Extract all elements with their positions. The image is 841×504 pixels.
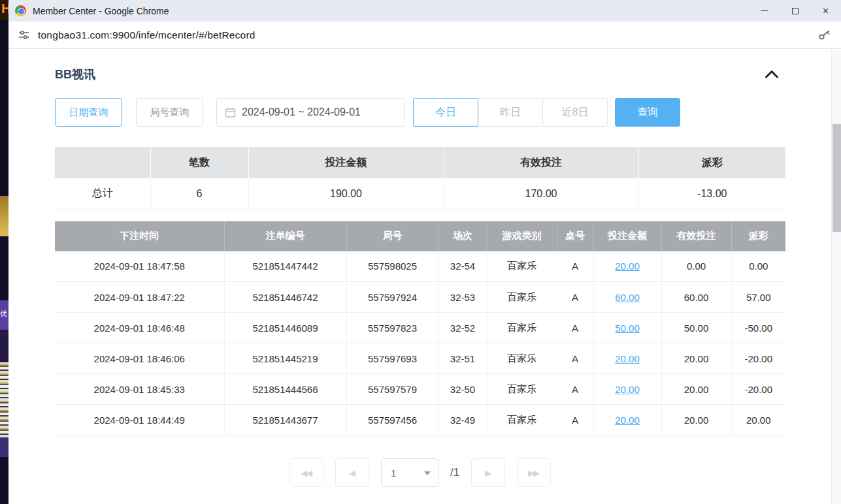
last-8-days-button[interactable]: 近8日 (542, 98, 608, 127)
cell: 2024-09-01 18:45:33 (55, 374, 224, 405)
chrome-logo-icon (15, 5, 26, 16)
table-row: 2024-09-01 18:46:48521851446089557597823… (55, 313, 785, 343)
cell: 2024-09-01 18:46:48 (55, 313, 224, 343)
cell: 20.00 (661, 374, 731, 405)
background-fragment (0, 20, 8, 196)
cell: 百家乐 (487, 343, 557, 374)
cell: 557597924 (346, 282, 438, 313)
bet-amount-link[interactable]: 60.00 (615, 292, 640, 303)
cell: A (557, 343, 593, 374)
prev-page-button[interactable]: ◀ (335, 458, 369, 487)
table-row: 2024-09-01 18:44:49521851443677557597456… (55, 405, 785, 435)
summary-value-cell: 190.00 (248, 178, 444, 210)
scrollbar-thumb[interactable] (833, 124, 841, 232)
cell: 20.00 (661, 405, 731, 435)
table-row: 2024-09-01 18:46:06521851445219557597693… (55, 343, 785, 374)
last-page-button[interactable]: ▶▶ (517, 458, 551, 487)
bet-amount-link[interactable]: 20.00 (615, 415, 640, 426)
cell: A (557, 405, 593, 435)
quick-range-group: 今日 昨日 近8日 (413, 98, 608, 127)
next-page-button[interactable]: ▶ (471, 458, 505, 487)
close-button[interactable]: × (810, 0, 841, 22)
bet-record-table: 下注时间注单编号局号场次游戏类别桌号投注金额有效投注派彩 2024-09-01 … (55, 221, 785, 436)
cell: 521851445219 (224, 343, 346, 374)
calendar-icon (225, 107, 236, 118)
date-range-value: 2024-09-01 ~ 2024-09-01 (242, 106, 361, 118)
column-header: 局号 (346, 221, 438, 251)
page-total-label: /1 (450, 466, 459, 479)
site-settings-icon[interactable] (18, 29, 30, 41)
summary-value-cell: 170.00 (444, 178, 638, 210)
cell: 百家乐 (487, 282, 557, 313)
first-page-icon: ◀◀ (301, 468, 311, 478)
cell: 557597579 (346, 374, 438, 405)
today-button[interactable]: 今日 (413, 98, 478, 127)
table-row: 2024-09-01 18:47:22521851446742557597924… (55, 282, 785, 313)
title-bar: Member Center - Google Chrome × (8, 0, 841, 22)
cell: 20.00 (593, 251, 661, 282)
cell: 32-50 (438, 374, 487, 405)
bet-amount-link[interactable]: 50.00 (615, 323, 640, 334)
cell: 2024-09-01 18:47:58 (55, 251, 224, 282)
first-page-button[interactable]: ◀◀ (289, 458, 323, 487)
summary-value-cell: 6 (150, 178, 248, 210)
cell: 百家乐 (487, 374, 557, 405)
cell: 521851443677 (224, 405, 346, 435)
date-query-tab[interactable]: 日期查询 (55, 98, 122, 127)
page-select[interactable]: 1 (381, 458, 438, 487)
page-content: BB视讯 日期查询 局号查询 2024-09-01 ~ 2024-09-01 (55, 50, 785, 487)
scrollbar[interactable] (831, 50, 841, 504)
minimize-button[interactable] (749, 0, 780, 22)
summary-row-label: 总计 (55, 178, 150, 210)
bet-table-header-row: 下注时间注单编号局号场次游戏类别桌号投注金额有效投注派彩 (55, 221, 785, 251)
summary-header-cell: 笔数 (150, 147, 248, 178)
column-header: 场次 (438, 221, 487, 251)
background-fragment (0, 330, 8, 362)
cell: 557597456 (346, 405, 438, 435)
last-page-icon: ▶▶ (528, 468, 538, 478)
date-range-input[interactable]: 2024-09-01 ~ 2024-09-01 (216, 98, 405, 127)
cell: 20.00 (593, 374, 661, 405)
maximize-button[interactable] (780, 0, 810, 22)
cell: 521851446742 (224, 282, 346, 313)
cell: 557597693 (346, 343, 438, 374)
column-header: 桌号 (557, 221, 593, 251)
window-controls: × (749, 0, 841, 22)
search-button[interactable]: 查询 (615, 98, 680, 127)
summary-header-cell: 有效投注 (444, 147, 638, 178)
next-page-icon: ▶ (485, 468, 491, 478)
cell: 0.00 (731, 251, 785, 282)
summary-header-cell: 派彩 (638, 147, 785, 178)
cell: 20.00 (593, 343, 661, 374)
column-header: 下注时间 (55, 221, 224, 251)
minimize-icon (761, 10, 768, 11)
panel-header: BB视讯 (55, 66, 785, 82)
bet-amount-link[interactable]: 20.00 (615, 260, 640, 272)
cell: 32-54 (438, 251, 487, 282)
table-row: 2024-09-01 18:47:58521851447442557598025… (55, 251, 785, 282)
table-row: 2024-09-01 18:45:33521851444566557597579… (55, 374, 785, 405)
cell: 2024-09-01 18:47:22 (55, 282, 224, 313)
background-window-sliver: H 优 (0, 0, 8, 504)
close-icon: × (823, 6, 829, 16)
background-fragment (0, 457, 8, 504)
summary-header-cell: 投注金额 (248, 147, 444, 178)
address-bar: tongbao31.com:9900/infe/mcenter/#/betRec… (8, 22, 841, 49)
column-header: 有效投注 (661, 221, 731, 251)
url-text[interactable]: tongbao31.com:9900/infe/mcenter/#/betRec… (38, 29, 256, 41)
cell: 60.00 (661, 282, 731, 313)
bet-amount-link[interactable]: 20.00 (615, 384, 640, 395)
cell: 2024-09-01 18:46:06 (55, 343, 224, 374)
collapse-icon[interactable] (765, 70, 779, 78)
bet-amount-link[interactable]: 20.00 (615, 353, 640, 364)
round-query-tab[interactable]: 局号查询 (136, 98, 203, 127)
page-select-wrap: 1 (381, 458, 438, 487)
cell: 521851444566 (224, 374, 346, 405)
cell: 32-51 (438, 343, 487, 374)
cell: A (557, 251, 593, 282)
maximize-icon (792, 8, 799, 14)
cell: A (557, 374, 593, 405)
yesterday-button[interactable]: 昨日 (478, 98, 543, 127)
cell: 2024-09-01 18:44:49 (55, 405, 224, 435)
password-key-icon[interactable] (817, 28, 832, 42)
